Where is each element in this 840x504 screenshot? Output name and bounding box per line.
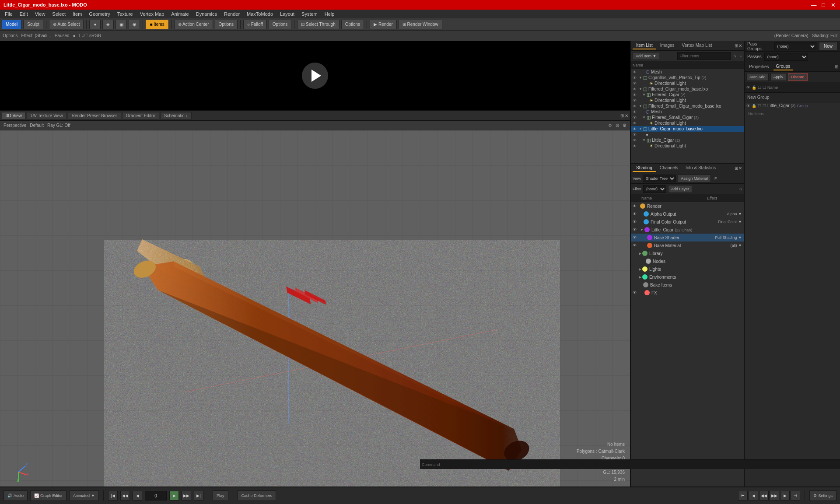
cache-deformers-btn[interactable]: Cache Deformers [238, 490, 276, 501]
transport-go-start-btn[interactable]: |◀ [108, 491, 118, 500]
vis-btn-lc[interactable]: 👁 [633, 228, 639, 232]
auto-select-btn[interactable]: ⊕ Auto Select [49, 20, 84, 29]
expand-btn-lib[interactable]: ▶ [639, 252, 641, 256]
menu-vertexmap[interactable]: Vertex Map [137, 10, 168, 18]
vis-btn-fx[interactable]: 👁 [633, 290, 639, 295]
settings-btn[interactable]: ⚙ Settings [809, 490, 836, 501]
auto-add-btn[interactable]: Auto Add [746, 73, 769, 81]
discard-btn[interactable]: Discard [788, 73, 808, 81]
mode-verts-btn[interactable]: ● [89, 20, 101, 29]
rtransport-btn1[interactable]: ⊢ [738, 491, 748, 500]
menu-system[interactable]: System [298, 10, 321, 18]
item-panel-close-btn[interactable]: ✕ [738, 43, 742, 48]
add-item-btn[interactable]: Add Item ▼ [633, 52, 659, 60]
menu-view[interactable]: View [32, 10, 49, 18]
vis-btn-bm[interactable]: 👁 [633, 243, 639, 248]
menu-maxtomodo[interactable]: MaxToModo [244, 10, 276, 18]
group-lock-btn[interactable]: 🔒 [752, 104, 756, 108]
play-btn[interactable]: Play [213, 490, 228, 501]
shade-row-alpha[interactable]: 👁 Alpha Output Alpha ▼ [631, 210, 744, 218]
groups-expand-btn[interactable]: ⊞ [835, 64, 838, 69]
group-item-row[interactable]: 👁 🔒 ☐ ☐ Little_Cigar (3) Group [745, 102, 840, 109]
group-check2-btn[interactable]: ☐ [763, 104, 766, 108]
pass-groups-select[interactable]: (none) [774, 42, 816, 50]
tree-item-dir-light4[interactable]: 👁 ☀ Directional Light [631, 143, 744, 149]
viewport-close-btn[interactable]: ✕ [625, 113, 628, 118]
shading-close-btn[interactable]: ✕ [738, 166, 742, 171]
tree-item-dir-light3[interactable]: 👁 ☀ Directional Light [631, 120, 744, 126]
group-check-btn[interactable]: ☐ [758, 104, 761, 108]
tree-item-filtered-cigar[interactable]: 👁 ▼ ◫ Filtered_Cigar (2) [631, 92, 744, 98]
mode-polys-btn[interactable]: ▣ [116, 20, 127, 29]
tab-render-preset[interactable]: Render Preset Browser [68, 112, 121, 119]
options1-btn[interactable]: Options [215, 20, 238, 29]
tree-item-filtered-small-base[interactable]: 👁 ▼ ◫ Filtered_Small_Cigar_modo_base.lxo [631, 103, 744, 109]
tab-uv-texture[interactable]: UV Texture View [27, 112, 67, 119]
render-btn[interactable]: ▶ Render [370, 20, 397, 29]
mode-items-btn[interactable]: ◉ [129, 20, 140, 29]
rtransport-btn3[interactable]: ◀◀ [759, 491, 769, 500]
apply-btn[interactable]: Apply [770, 73, 787, 81]
graph-editor-btn[interactable]: 📈 Graph Editor [30, 490, 66, 501]
tree-item-little-cigar-base[interactable]: 👁 ▼ ◫ Little_Cigar_modo_base.lxo [631, 126, 744, 132]
assign-material-btn[interactable]: Assign Material [678, 175, 711, 182]
command-input[interactable] [442, 462, 838, 467]
tree-item-dir-light1[interactable]: 👁 ☀ Directional Light [631, 80, 744, 86]
menu-geometry[interactable]: Geometry [86, 10, 113, 18]
expand-btn-lights[interactable]: ▶ [639, 267, 641, 271]
viewport-zoom-fit-btn[interactable]: ⊡ [616, 123, 619, 128]
tab-item-list[interactable]: Item List [633, 42, 656, 49]
vis-btn-final[interactable]: 👁 [633, 220, 639, 224]
shade-row-base-shader[interactable]: 👁 Base Shader Full Shading ▼ [631, 234, 744, 242]
select-through-btn[interactable]: ⊡ Select Through [297, 20, 339, 29]
add-layer-btn[interactable]: Add Layer [668, 185, 692, 193]
render-window-btn[interactable]: ⊞ Render Window [399, 20, 442, 29]
tab-groups[interactable]: Groups [774, 63, 793, 70]
maximize-btn[interactable]: □ [820, 2, 827, 8]
shade-row-base-material[interactable]: 👁 Base Material (all) ▼ [631, 242, 744, 249]
vis-btn-bs[interactable]: 👁 [633, 235, 639, 240]
tab-info-statistics[interactable]: Info & Statistics [682, 164, 719, 172]
animated-btn[interactable]: Animated ▼ [69, 490, 99, 501]
filter-items-input[interactable] [677, 52, 731, 60]
menu-render[interactable]: Render [221, 10, 243, 18]
model-btn[interactable]: Model [2, 20, 21, 29]
group-vis-btn[interactable]: 👁 [746, 104, 750, 108]
tree-item-dir-light2[interactable]: 👁 ☀ Directional Light [631, 98, 744, 103]
shade-row-nodes[interactable]: Nodes [631, 257, 744, 265]
transport-prev-btn[interactable]: ◀◀ [120, 491, 130, 500]
select-through-opts-btn[interactable]: Options [341, 20, 364, 29]
shade-row-lights[interactable]: ▶ Lights [631, 265, 744, 273]
tab-shading[interactable]: Shading [633, 164, 656, 172]
expand-btn-env[interactable]: ▶ [639, 275, 641, 279]
menu-edit[interactable]: Edit [17, 10, 31, 18]
mode-edges-btn[interactable]: ◈ [102, 20, 114, 29]
close-btn[interactable]: ✕ [830, 2, 836, 8]
rtransport-btn6[interactable]: ⊣ [791, 491, 800, 500]
viewport-settings-btn[interactable]: ⚙ [608, 123, 612, 128]
play-preview-btn[interactable] [302, 63, 328, 89]
transport-next-btn[interactable]: ▶▶ [182, 491, 191, 500]
tree-item-mesh2[interactable]: 👁 ⬡ Mesh [631, 109, 744, 115]
shading-expand-btn[interactable]: ⊞ [735, 166, 738, 171]
menu-animate[interactable]: Animate [168, 10, 192, 18]
tree-item-dot[interactable]: 👁 ● [631, 132, 744, 137]
falloff-btn[interactable]: ⟐ Falloff [243, 20, 267, 29]
passes-select[interactable]: (none) [764, 53, 808, 61]
rtransport-btn5[interactable]: ▶ [780, 491, 790, 500]
rtransport-btn2[interactable]: ◀ [749, 491, 758, 500]
tree-item-little-cigar[interactable]: 👁 ▼ ◫ Little_Cigar (2) [631, 137, 744, 143]
tab-images[interactable]: Images [657, 42, 678, 49]
time-display[interactable]: 0 [145, 491, 167, 500]
shader-tree-select[interactable]: Shader Tree [643, 175, 676, 182]
menu-help[interactable]: Help [322, 10, 338, 18]
expand-btn-lc[interactable]: ▼ [640, 228, 644, 232]
item-panel-expand-btn[interactable]: ⊞ [735, 43, 738, 48]
menu-layout[interactable]: Layout [277, 10, 298, 18]
options2-btn[interactable]: Options [269, 20, 291, 29]
new-btn[interactable]: New [819, 42, 837, 51]
tab-gradient-editor[interactable]: Gradient Editor [122, 112, 159, 119]
action-center-btn[interactable]: ⊕ Action Center [174, 20, 213, 29]
viewport-canvas[interactable]: Y X Z No Items Polygons : Catmull-Clark … [0, 130, 630, 486]
shade-row-environments[interactable]: ▶ Environments [631, 273, 744, 281]
